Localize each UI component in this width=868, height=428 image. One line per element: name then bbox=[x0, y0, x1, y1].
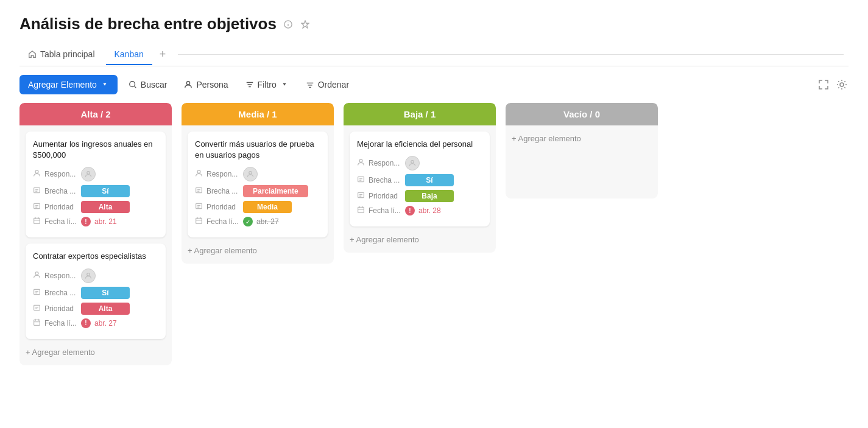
media-add-button[interactable]: + Agregar elemento bbox=[188, 244, 328, 258]
filtro-label: Filtro bbox=[258, 80, 277, 89]
home-icon bbox=[28, 50, 37, 58]
info-icon-button[interactable] bbox=[283, 19, 294, 30]
card-2-prioridad-icon bbox=[33, 304, 41, 314]
card-2-brecha-label: Brecha ... bbox=[44, 289, 77, 297]
svg-rect-39 bbox=[196, 188, 202, 193]
card-1-person-field: Respon... bbox=[33, 167, 158, 181]
svg-marker-4 bbox=[103, 83, 106, 85]
baja-add-button[interactable]: + Agregar elemento bbox=[350, 233, 490, 247]
card-2-fecha-field: Fecha lí... ! abr. 27 bbox=[33, 318, 158, 328]
column-baja-body: Mejorar la eficiencia del personal Respo… bbox=[344, 125, 496, 253]
add-element-button[interactable]: Agregar Elemento bbox=[19, 75, 118, 94]
svg-rect-54 bbox=[358, 193, 364, 198]
card-2-prioridad-field: Prioridad Alta bbox=[33, 303, 158, 315]
card-3-fecha-label: Fecha lí... bbox=[206, 217, 239, 226]
card-1-prioridad-field: Prioridad Alta bbox=[33, 201, 158, 213]
persona-label: Persona bbox=[196, 80, 228, 89]
card-4-avatar bbox=[405, 156, 420, 170]
card-4-prioridad-badge: Baja bbox=[405, 190, 454, 202]
card-2-person-label: Respon... bbox=[44, 272, 77, 280]
card-3[interactable]: Convertir más usuarios de prueba en usua… bbox=[188, 132, 328, 237]
card-4-brecha-icon bbox=[357, 175, 365, 185]
svg-marker-3 bbox=[302, 20, 309, 27]
card-2-title: Contratar expertos especialistas bbox=[33, 251, 158, 262]
card-3-person-icon bbox=[195, 169, 203, 179]
card-4-brecha-badge: Sí bbox=[405, 174, 454, 186]
card-1[interactable]: Aumentar los ingresos anuales en $500,00… bbox=[26, 132, 166, 237]
card-3-brecha-badge: Parcialmente bbox=[243, 185, 308, 197]
search-label: Buscar bbox=[141, 80, 168, 89]
card-1-prioridad-label: Prioridad bbox=[44, 203, 77, 211]
column-alta-body: Aumentar los ingresos anuales en $500,00… bbox=[19, 125, 172, 365]
tab-kanban-label: Kanban bbox=[115, 49, 144, 59]
svg-point-5 bbox=[130, 82, 135, 87]
card-4-title: Mejorar la eficiencia del personal bbox=[357, 139, 482, 150]
column-vacio-body: + Agregar elemento bbox=[506, 125, 658, 198]
card-2[interactable]: Contratar expertos especialistas Respon.… bbox=[26, 244, 166, 339]
column-media: Media / 1 Convertir más usuarios de prue… bbox=[182, 103, 334, 264]
kanban-board: Alta / 2 Aumentar los ingresos anuales e… bbox=[19, 103, 849, 377]
column-vacio: Vacío / 0 + Agregar elemento bbox=[506, 103, 658, 198]
svg-rect-51 bbox=[358, 177, 364, 182]
ordenar-button[interactable]: Ordenar bbox=[300, 75, 355, 94]
tabs-row: Tabla principal Kanban + bbox=[19, 43, 849, 66]
vacio-add-button[interactable]: + Agregar elemento bbox=[512, 132, 652, 146]
card-3-title: Convertir más usuarios de prueba en usua… bbox=[195, 139, 320, 161]
svg-point-50 bbox=[411, 161, 414, 164]
card-4-fecha-icon bbox=[357, 206, 365, 216]
svg-rect-45 bbox=[196, 219, 202, 224]
card-2-prioridad-label: Prioridad bbox=[44, 304, 77, 313]
card-4[interactable]: Mejorar la eficiencia del personal Respo… bbox=[350, 132, 490, 226]
card-3-prioridad-badge: Media bbox=[243, 201, 292, 213]
expand-icon-button[interactable] bbox=[817, 78, 830, 91]
page-container: Análisis de brecha entre objetivos Tabla… bbox=[0, 0, 868, 377]
card-1-overdue-icon: ! bbox=[81, 217, 91, 226]
star-icon-button[interactable] bbox=[300, 19, 311, 30]
svg-point-26 bbox=[87, 273, 90, 276]
search-button[interactable]: Buscar bbox=[122, 75, 174, 94]
card-4-person-label: Respon... bbox=[369, 159, 401, 167]
title-row: Análisis de brecha entre objetivos bbox=[19, 15, 849, 33]
tab-add-button[interactable]: + bbox=[155, 43, 171, 66]
card-3-date: abr. 27 bbox=[256, 217, 279, 226]
card-2-brecha-field: Brecha ... Sí bbox=[33, 287, 158, 299]
card-3-prioridad-icon bbox=[195, 202, 203, 212]
card-3-prioridad-field: Prioridad Media bbox=[195, 201, 320, 213]
add-element-label: Agregar Elemento bbox=[28, 80, 97, 89]
card-4-prioridad-field: Prioridad Baja bbox=[357, 190, 482, 202]
card-4-fecha-field: Fecha lí... ! abr. 28 bbox=[357, 206, 482, 216]
sort-icon bbox=[306, 80, 314, 89]
settings-icon bbox=[836, 79, 847, 90]
svg-rect-33 bbox=[34, 320, 40, 325]
card-2-fecha-icon bbox=[33, 318, 41, 328]
page-title: Análisis de brecha entre objetivos bbox=[19, 15, 277, 33]
svg-point-12 bbox=[840, 83, 844, 86]
card-3-brecha-field: Brecha ... Parcialmente bbox=[195, 185, 320, 197]
filtro-dropdown-icon bbox=[280, 80, 289, 89]
card-3-person-label: Respon... bbox=[206, 170, 239, 178]
fecha-field-icon bbox=[33, 217, 41, 226]
svg-point-38 bbox=[249, 172, 252, 175]
search-icon bbox=[129, 80, 137, 89]
column-baja-header: Baja / 1 bbox=[344, 103, 496, 125]
settings-icon-button[interactable] bbox=[835, 78, 849, 91]
card-1-brecha-field: Brecha ... Sí bbox=[33, 185, 158, 197]
tab-divider bbox=[178, 54, 844, 55]
svg-line-6 bbox=[134, 86, 136, 88]
card-2-brecha-badge: Sí bbox=[81, 287, 130, 299]
card-3-fecha-field: Fecha lí... ✓ abr. 27 bbox=[195, 217, 320, 226]
card-2-overdue-icon: ! bbox=[81, 318, 91, 328]
card-3-brecha-label: Brecha ... bbox=[206, 187, 239, 195]
svg-point-14 bbox=[87, 172, 90, 175]
brecha-field-icon bbox=[33, 186, 41, 196]
svg-point-7 bbox=[187, 82, 190, 85]
card-1-brecha-label: Brecha ... bbox=[44, 187, 77, 195]
tab-tabla[interactable]: Tabla principal bbox=[19, 44, 104, 65]
person-icon bbox=[184, 80, 192, 89]
persona-button[interactable]: Persona bbox=[178, 75, 234, 94]
toolbar-right bbox=[817, 78, 849, 91]
tab-kanban[interactable]: Kanban bbox=[106, 44, 152, 65]
alta-add-button[interactable]: + Agregar elemento bbox=[26, 345, 166, 359]
card-3-brecha-icon bbox=[195, 186, 203, 196]
filtro-button[interactable]: Filtro bbox=[239, 75, 295, 94]
